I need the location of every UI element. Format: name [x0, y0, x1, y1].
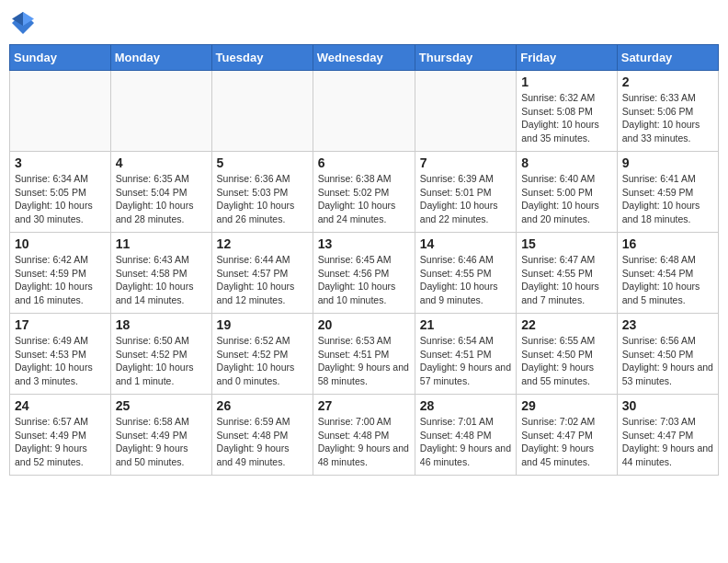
day-number: 22	[521, 317, 612, 332]
calendar-cell: 18Sunrise: 6:50 AMSunset: 4:52 PMDayligh…	[110, 314, 211, 395]
week-row-4: 17Sunrise: 6:49 AMSunset: 4:53 PMDayligh…	[10, 314, 719, 395]
day-info: Sunrise: 7:00 AMSunset: 4:48 PMDaylight:…	[318, 415, 410, 469]
day-info: Sunrise: 6:49 AMSunset: 4:53 PMDaylight:…	[15, 334, 106, 388]
day-number: 24	[15, 398, 106, 413]
day-number: 29	[521, 398, 612, 413]
day-number: 19	[217, 317, 308, 332]
calendar-cell: 19Sunrise: 6:52 AMSunset: 4:52 PMDayligh…	[211, 314, 313, 395]
weekday-header-sunday: Sunday	[10, 45, 111, 71]
day-info: Sunrise: 6:34 AMSunset: 5:05 PMDaylight:…	[15, 172, 106, 226]
day-number: 6	[318, 155, 410, 170]
calendar-cell: 2Sunrise: 6:33 AMSunset: 5:06 PMDaylight…	[617, 71, 718, 152]
calendar-cell: 10Sunrise: 6:42 AMSunset: 4:59 PMDayligh…	[10, 233, 111, 314]
day-info: Sunrise: 6:38 AMSunset: 5:02 PMDaylight:…	[318, 172, 410, 226]
weekday-header-wednesday: Wednesday	[313, 45, 415, 71]
day-info: Sunrise: 6:55 AMSunset: 4:50 PMDaylight:…	[521, 334, 612, 388]
day-info: Sunrise: 6:52 AMSunset: 4:52 PMDaylight:…	[217, 334, 308, 388]
day-number: 7	[420, 155, 511, 170]
day-number: 12	[217, 236, 308, 251]
calendar-cell: 7Sunrise: 6:39 AMSunset: 5:01 PMDaylight…	[415, 152, 516, 233]
day-info: Sunrise: 7:02 AMSunset: 4:47 PMDaylight:…	[521, 415, 612, 469]
page-header	[9, 9, 719, 37]
day-number: 2	[622, 75, 713, 89]
day-number: 5	[217, 155, 308, 170]
day-info: Sunrise: 6:50 AMSunset: 4:52 PMDaylight:…	[116, 334, 207, 388]
calendar-cell: 30Sunrise: 7:03 AMSunset: 4:47 PMDayligh…	[617, 395, 718, 476]
day-number: 8	[521, 155, 612, 170]
day-number: 16	[622, 236, 713, 251]
weekday-header-row: SundayMondayTuesdayWednesdayThursdayFrid…	[10, 45, 719, 71]
calendar-cell: 20Sunrise: 6:53 AMSunset: 4:51 PMDayligh…	[313, 314, 415, 395]
calendar-cell: 6Sunrise: 6:38 AMSunset: 5:02 PMDaylight…	[313, 152, 415, 233]
calendar-cell: 13Sunrise: 6:45 AMSunset: 4:56 PMDayligh…	[313, 233, 415, 314]
calendar-cell: 21Sunrise: 6:54 AMSunset: 4:51 PMDayligh…	[415, 314, 516, 395]
calendar-cell: 17Sunrise: 6:49 AMSunset: 4:53 PMDayligh…	[10, 314, 111, 395]
day-info: Sunrise: 6:53 AMSunset: 4:51 PMDaylight:…	[318, 334, 410, 388]
logo-icon	[9, 9, 37, 37]
day-info: Sunrise: 6:36 AMSunset: 5:03 PMDaylight:…	[217, 172, 308, 226]
day-number: 30	[622, 398, 713, 413]
weekday-header-tuesday: Tuesday	[211, 45, 313, 71]
day-info: Sunrise: 6:56 AMSunset: 4:50 PMDaylight:…	[622, 334, 713, 388]
day-info: Sunrise: 6:44 AMSunset: 4:57 PMDaylight:…	[217, 253, 308, 307]
weekday-header-saturday: Saturday	[617, 45, 718, 71]
calendar-table: SundayMondayTuesdayWednesdayThursdayFrid…	[9, 44, 719, 476]
day-number: 25	[116, 398, 207, 413]
week-row-5: 24Sunrise: 6:57 AMSunset: 4:49 PMDayligh…	[10, 395, 719, 476]
day-number: 11	[116, 236, 207, 251]
day-info: Sunrise: 6:59 AMSunset: 4:48 PMDaylight:…	[217, 415, 308, 469]
day-info: Sunrise: 6:45 AMSunset: 4:56 PMDaylight:…	[318, 253, 410, 307]
day-info: Sunrise: 6:35 AMSunset: 5:04 PMDaylight:…	[116, 172, 207, 226]
day-info: Sunrise: 6:32 AMSunset: 5:08 PMDaylight:…	[521, 91, 612, 145]
day-info: Sunrise: 6:57 AMSunset: 4:49 PMDaylight:…	[15, 415, 106, 469]
day-number: 9	[622, 155, 713, 170]
day-number: 14	[420, 236, 511, 251]
logo	[9, 9, 40, 37]
calendar-cell: 28Sunrise: 7:01 AMSunset: 4:48 PMDayligh…	[415, 395, 516, 476]
week-row-2: 3Sunrise: 6:34 AMSunset: 5:05 PMDaylight…	[10, 152, 719, 233]
calendar-cell	[110, 71, 211, 152]
day-number: 13	[318, 236, 410, 251]
calendar-cell: 9Sunrise: 6:41 AMSunset: 4:59 PMDaylight…	[617, 152, 718, 233]
day-info: Sunrise: 6:39 AMSunset: 5:01 PMDaylight:…	[420, 172, 511, 226]
day-number: 15	[521, 236, 612, 251]
week-row-1: 1Sunrise: 6:32 AMSunset: 5:08 PMDaylight…	[10, 71, 719, 152]
day-number: 17	[15, 317, 106, 332]
day-info: Sunrise: 6:40 AMSunset: 5:00 PMDaylight:…	[521, 172, 612, 226]
day-number: 28	[420, 398, 511, 413]
calendar-cell: 22Sunrise: 6:55 AMSunset: 4:50 PMDayligh…	[517, 314, 618, 395]
weekday-header-thursday: Thursday	[415, 45, 516, 71]
calendar-cell: 8Sunrise: 6:40 AMSunset: 5:00 PMDaylight…	[517, 152, 618, 233]
calendar-cell: 1Sunrise: 6:32 AMSunset: 5:08 PMDaylight…	[517, 71, 618, 152]
day-number: 18	[116, 317, 207, 332]
day-info: Sunrise: 6:47 AMSunset: 4:55 PMDaylight:…	[521, 253, 612, 307]
calendar-cell	[211, 71, 313, 152]
calendar-cell: 4Sunrise: 6:35 AMSunset: 5:04 PMDaylight…	[110, 152, 211, 233]
calendar-cell: 3Sunrise: 6:34 AMSunset: 5:05 PMDaylight…	[10, 152, 111, 233]
calendar-cell	[313, 71, 415, 152]
weekday-header-monday: Monday	[110, 45, 211, 71]
day-info: Sunrise: 6:58 AMSunset: 4:49 PMDaylight:…	[116, 415, 207, 469]
calendar-cell: 25Sunrise: 6:58 AMSunset: 4:49 PMDayligh…	[110, 395, 211, 476]
calendar-cell: 14Sunrise: 6:46 AMSunset: 4:55 PMDayligh…	[415, 233, 516, 314]
week-row-3: 10Sunrise: 6:42 AMSunset: 4:59 PMDayligh…	[10, 233, 719, 314]
day-info: Sunrise: 6:54 AMSunset: 4:51 PMDaylight:…	[420, 334, 511, 388]
calendar-cell: 16Sunrise: 6:48 AMSunset: 4:54 PMDayligh…	[617, 233, 718, 314]
day-number: 21	[420, 317, 511, 332]
day-info: Sunrise: 6:42 AMSunset: 4:59 PMDaylight:…	[15, 253, 106, 307]
calendar-cell: 23Sunrise: 6:56 AMSunset: 4:50 PMDayligh…	[617, 314, 718, 395]
day-info: Sunrise: 6:43 AMSunset: 4:58 PMDaylight:…	[116, 253, 207, 307]
day-number: 20	[318, 317, 410, 332]
day-info: Sunrise: 7:01 AMSunset: 4:48 PMDaylight:…	[420, 415, 511, 469]
calendar-cell: 27Sunrise: 7:00 AMSunset: 4:48 PMDayligh…	[313, 395, 415, 476]
day-info: Sunrise: 6:33 AMSunset: 5:06 PMDaylight:…	[622, 91, 713, 145]
day-number: 26	[217, 398, 308, 413]
day-info: Sunrise: 6:46 AMSunset: 4:55 PMDaylight:…	[420, 253, 511, 307]
day-number: 4	[116, 155, 207, 170]
day-info: Sunrise: 6:48 AMSunset: 4:54 PMDaylight:…	[622, 253, 713, 307]
day-number: 1	[521, 75, 612, 89]
day-number: 23	[622, 317, 713, 332]
calendar-cell: 24Sunrise: 6:57 AMSunset: 4:49 PMDayligh…	[10, 395, 111, 476]
day-number: 27	[318, 398, 410, 413]
calendar-cell: 15Sunrise: 6:47 AMSunset: 4:55 PMDayligh…	[517, 233, 618, 314]
